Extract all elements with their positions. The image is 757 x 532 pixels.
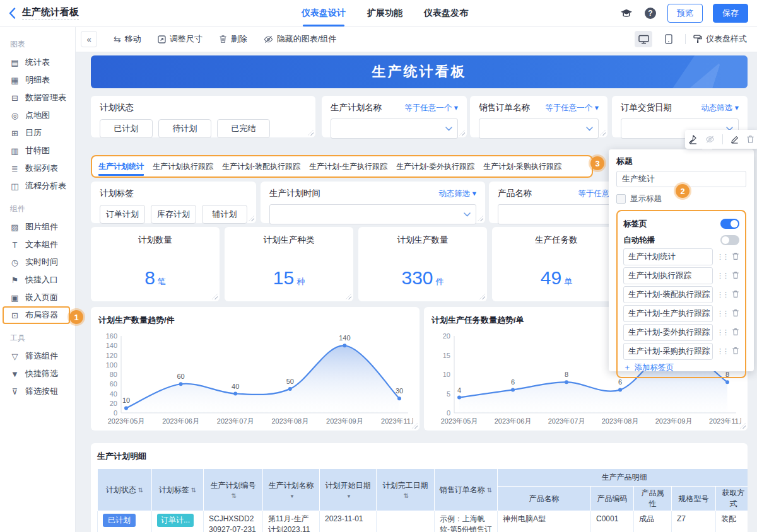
drag-handle-icon[interactable]: ⋮⋮ <box>717 310 728 317</box>
show-title-checkbox[interactable] <box>616 194 626 204</box>
sidebar-item-甘特图[interactable]: ▥甘特图 <box>0 142 75 159</box>
sidebar-item-数据管理表[interactable]: ⊟数据管理表 <box>0 89 75 107</box>
delete-tab-page-icon[interactable] <box>732 270 739 282</box>
filter-option-待计划[interactable]: 待计划 <box>158 119 211 138</box>
hide-widget-icon[interactable] <box>705 136 715 143</box>
data-point[interactable] <box>397 396 401 400</box>
add-tab-page-button[interactable]: ＋ 添加标签页 <box>623 362 739 373</box>
data-point[interactable] <box>511 388 515 391</box>
row2-计划标签-filter-card[interactable]: 计划标签订单计划库存计划辅计划 <box>91 182 256 223</box>
product-column-header-产品名称[interactable]: 产品名称 <box>498 487 591 511</box>
delete-widget-icon[interactable] <box>746 135 754 144</box>
sort-icon[interactable]: ⇅ <box>487 487 492 494</box>
filter-option-已计划[interactable]: 已计划 <box>100 119 153 138</box>
sidebar-item-明细表[interactable]: ▦明细表 <box>0 71 75 89</box>
tab-page-name-input[interactable]: 生产计划-装配执行跟踪 <box>623 286 713 303</box>
topbar-tab-扩展功能[interactable]: 扩展功能 <box>367 0 402 26</box>
move-action[interactable]: ⇆ 移动 <box>114 33 141 45</box>
sidebar-item-筛选按钮[interactable]: ⊽筛选按钮 <box>0 383 75 400</box>
data-point[interactable] <box>725 380 729 384</box>
data-point[interactable] <box>618 388 622 391</box>
sidebar-item-筛选组件[interactable]: ▽筛选组件 <box>0 347 75 365</box>
sort-icon[interactable]: ⇅ <box>191 487 196 494</box>
row1-生产计划名称-operator-dropdown[interactable]: 等于任意一个 ▾ <box>404 103 458 113</box>
tab-page-name-input[interactable]: 生产计划统计 <box>623 248 713 265</box>
data-point[interactable] <box>288 387 292 391</box>
mobile-view-icon[interactable] <box>660 31 678 47</box>
sidebar-item-实时时间[interactable]: ◷实时时间 <box>0 253 75 271</box>
data-point[interactable] <box>124 406 128 410</box>
sidebar-item-快捷入口[interactable]: ⚑快捷入口 <box>0 271 75 289</box>
sidebar-item-日历[interactable]: ⊞日历 <box>0 124 75 142</box>
container-tab-生产计划执行跟踪[interactable]: 生产计划执行跟踪 <box>153 158 213 176</box>
container-tab-生产计划-委外执行跟踪[interactable]: 生产计划-委外执行跟踪 <box>396 158 474 176</box>
sidebar-item-数据列表[interactable]: ≣数据列表 <box>0 159 75 177</box>
sidebar-item-布局容器[interactable]: ⊡布局容器 <box>3 306 70 324</box>
filter-option-辅计划[interactable]: 辅计划 <box>202 205 247 224</box>
delete-tab-icon[interactable] <box>732 252 739 260</box>
column-header-计划状态[interactable]: 计划状态⇅ <box>98 469 152 511</box>
product-column-header-产品属性[interactable]: 产品属性 <box>634 487 672 511</box>
stat-card-计划数量[interactable]: 计划数量8笔 <box>91 227 220 301</box>
filter-icon[interactable]: ▼ <box>290 494 295 499</box>
data-point[interactable] <box>343 344 346 347</box>
row2-生产计划时间-filter-card[interactable]: 生产计划时间动态筛选 ▾ <box>261 182 485 223</box>
plan-detail-table-card[interactable]: 生产计划明细 计划状态⇅计划标签⇅生产计划编号⇅生产计划名称▼计划开始日期▼计划… <box>91 443 748 532</box>
delete-tab-page-icon[interactable] <box>732 308 739 320</box>
row1-销售订单名称-select[interactable] <box>479 119 599 139</box>
filter-option-已完结[interactable]: 已完结 <box>217 119 270 138</box>
sidebar-item-流程分析表[interactable]: ◫流程分析表 <box>0 177 75 195</box>
sort-icon[interactable]: ⇅ <box>404 492 409 499</box>
product-column-header-规格型号[interactable]: 规格型号 <box>672 487 716 511</box>
desktop-view-icon[interactable] <box>635 31 652 47</box>
back-button[interactable] <box>9 8 16 19</box>
row1-计划状态-filter-card[interactable]: 计划状态已计划待计划已完结 <box>91 96 315 137</box>
sidebar-item-嵌入页面[interactable]: ▣嵌入页面 <box>0 289 75 306</box>
product-column-header-获取方式[interactable]: 获取方式 <box>716 487 748 511</box>
row2-生产计划时间-operator-dropdown[interactable]: 动态筛选 ▾ <box>438 188 476 199</box>
delete-tab-page-icon[interactable] <box>732 252 739 263</box>
container-tab-生产计划-生产执行跟踪[interactable]: 生产计划-生产执行跟踪 <box>309 158 387 176</box>
delete-tab-icon[interactable] <box>732 290 739 298</box>
column-header-计划完工日期[interactable]: 计划完工日期⇅ <box>377 469 435 511</box>
topbar-tab-仪表盘发布[interactable]: 仪表盘发布 <box>424 0 468 26</box>
container-tab-生产计划-采购执行跟踪[interactable]: 生产计划-采购执行跟踪 <box>483 158 561 176</box>
tutorial-icon[interactable] <box>619 6 633 20</box>
dashboard-banner[interactable]: 生产统计看板 <box>91 55 748 88</box>
delete-action[interactable]: 删除 <box>219 33 247 45</box>
drag-handle-icon[interactable]: ⋮⋮ <box>717 272 728 279</box>
column-header-计划标签[interactable]: 计划标签⇅ <box>152 469 204 511</box>
data-point[interactable] <box>233 392 237 396</box>
delete-tab-icon[interactable] <box>732 328 739 336</box>
edit-widget-icon[interactable] <box>731 136 739 144</box>
filter-option-库存计划[interactable]: 库存计划 <box>151 205 196 224</box>
delete-tab-page-icon[interactable] <box>732 289 739 301</box>
row1-生产计划名称-filter-card[interactable]: 生产计划名称等于任意一个 ▾ <box>322 96 467 137</box>
filter-option-订单计划[interactable]: 订单计划 <box>100 205 145 224</box>
tab-page-name-input[interactable]: 生产计划-生产执行跟踪 <box>623 305 713 322</box>
drag-handle-icon[interactable]: ⋮⋮ <box>717 329 728 336</box>
delete-tab-icon[interactable] <box>732 309 739 317</box>
drag-handle-icon[interactable]: ⋮⋮ <box>717 348 728 355</box>
filter-icon[interactable]: ▼ <box>346 494 351 499</box>
tab-page-name-input[interactable]: 生产计划执行跟踪 <box>623 267 713 284</box>
save-button[interactable]: 保存 <box>713 4 748 23</box>
container-tab-生产计划-装配执行跟踪[interactable]: 生产计划-装配执行跟踪 <box>222 158 300 176</box>
row1-销售订单名称-filter-card[interactable]: 销售订单名称等于任意一个 ▾ <box>470 96 607 137</box>
sidebar-item-点地图[interactable]: ◎点地图 <box>0 107 75 124</box>
column-header-生产计划编号[interactable]: 生产计划编号⇅ <box>204 469 263 511</box>
chart-card-1[interactable]: 计划生产数量趋势/件0204060801001201401602023年05月2… <box>91 307 420 431</box>
sidebar-item-文本组件[interactable]: T文本组件 <box>0 236 75 253</box>
delete-tab-page-icon[interactable] <box>732 346 739 357</box>
sort-icon[interactable]: ⇅ <box>138 487 143 494</box>
product-column-header-产品编码[interactable]: 产品编码 <box>591 487 634 511</box>
drag-handle-icon[interactable]: ⋮⋮ <box>717 253 728 260</box>
data-point[interactable] <box>179 382 183 386</box>
drag-handle-icon[interactable]: ⋮⋮ <box>717 291 728 298</box>
data-point[interactable] <box>565 380 568 384</box>
stat-card-计划生产数量[interactable]: 计划生产数量330件 <box>358 227 487 301</box>
format-brush-icon[interactable] <box>689 135 698 144</box>
sidebar-item-快捷筛选[interactable]: ▼快捷筛选 <box>0 365 75 383</box>
delete-tab-icon[interactable] <box>732 271 739 279</box>
delete-tab-icon[interactable] <box>732 347 739 355</box>
